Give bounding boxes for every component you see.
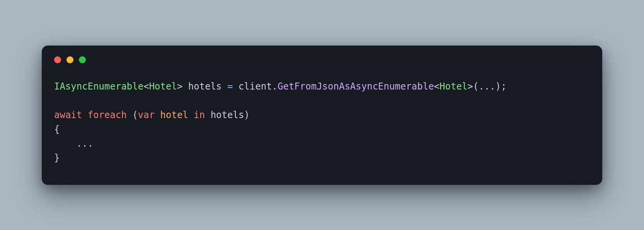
- code-token: >: [467, 81, 473, 92]
- minimize-icon[interactable]: [66, 56, 73, 63]
- code-token: (: [132, 110, 138, 120]
- code-token: [205, 110, 210, 120]
- code-token: await: [54, 110, 82, 120]
- maximize-icon[interactable]: [79, 56, 86, 63]
- code-token: <: [143, 81, 149, 92]
- window-controls: [54, 56, 590, 63]
- code-token: [54, 138, 77, 149]
- code-token: <: [434, 81, 440, 92]
- close-icon[interactable]: [54, 56, 61, 63]
- code-token: var: [138, 110, 155, 120]
- code-token: [155, 110, 160, 120]
- code-token: [127, 110, 132, 120]
- code-token: in: [194, 110, 205, 120]
- code-token: hotel: [160, 110, 188, 120]
- code-token: }: [54, 152, 60, 163]
- code-token: Hotel: [440, 81, 467, 92]
- code-token: IAsyncEnumerable: [54, 81, 143, 92]
- code-token: [233, 81, 238, 92]
- code-token: [182, 81, 188, 92]
- code-token: ): [496, 81, 501, 92]
- code-token: ;: [501, 81, 506, 92]
- code-token: hotels: [188, 81, 222, 92]
- code-token: GetFromJsonAsAsyncEnumerable: [278, 81, 434, 92]
- code-token: [82, 110, 87, 120]
- code-token: ): [244, 110, 249, 120]
- code-token: >: [177, 81, 182, 92]
- code-token: (: [473, 81, 479, 92]
- code-token: Hotel: [149, 81, 177, 92]
- code-token: .: [272, 81, 278, 92]
- code-token: ...: [77, 138, 93, 149]
- code-window: IAsyncEnumerable<Hotel> hotels = client.…: [42, 46, 602, 185]
- code-content: IAsyncEnumerable<Hotel> hotels = client.…: [54, 79, 590, 166]
- code-token: =: [227, 81, 233, 92]
- code-token: {: [54, 124, 60, 135]
- code-token: client: [239, 81, 272, 92]
- code-token: hotels: [211, 110, 244, 120]
- code-token: foreach: [88, 110, 127, 120]
- code-token: [188, 110, 194, 120]
- code-token: ...: [479, 81, 495, 92]
- code-token: [222, 81, 227, 92]
